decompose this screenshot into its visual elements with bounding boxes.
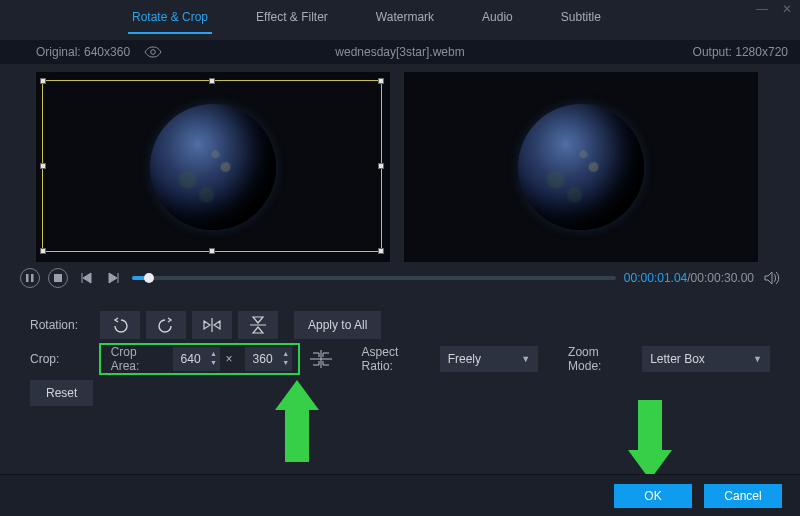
crop-width-input[interactable]: 640 ▲▼ — [173, 347, 220, 371]
output-preview — [404, 72, 758, 262]
aspect-ratio-value: Freely — [448, 352, 481, 366]
crop-width-value: 640 — [181, 352, 201, 366]
seek-knob[interactable] — [144, 273, 154, 283]
volume-icon[interactable] — [762, 268, 782, 288]
spin-up-icon[interactable]: ▲ — [282, 349, 290, 357]
crop-handle[interactable] — [209, 78, 215, 84]
time-display: 00:00:01.04/00:00:30.00 — [624, 271, 754, 285]
chevron-down-icon: ▼ — [753, 354, 762, 364]
crop-handle[interactable] — [378, 248, 384, 254]
zoom-mode-value: Letter Box — [650, 352, 705, 366]
source-preview[interactable] — [36, 72, 390, 262]
next-frame-button[interactable] — [104, 268, 124, 288]
playback-bar: 00:00:01.04/00:00:30.00 — [0, 262, 800, 288]
spin-up-icon[interactable]: ▲ — [210, 349, 218, 357]
zoom-mode-label: Zoom Mode: — [568, 345, 634, 373]
minimize-button[interactable]: — — [756, 2, 768, 16]
crop-area-highlight: Crop Area: 640 ▲▼ × 360 ▲▼ — [99, 343, 300, 375]
reset-button[interactable]: Reset — [30, 380, 93, 406]
aspect-ratio-label: Aspect Ratio: — [362, 345, 432, 373]
current-time: 00:00:01.04 — [624, 271, 687, 285]
ok-button[interactable]: OK — [614, 484, 692, 508]
tab-effect-filter[interactable]: Effect & Filter — [252, 10, 332, 34]
flip-horizontal-button[interactable] — [192, 311, 232, 339]
video-frame-image — [518, 104, 644, 230]
rotation-label: Rotation: — [30, 318, 100, 332]
svg-rect-2 — [31, 274, 34, 282]
output-size-label: Output: 1280x720 — [693, 45, 788, 59]
svg-rect-1 — [26, 274, 29, 282]
times-symbol: × — [226, 352, 233, 366]
crop-height-input[interactable]: 360 ▲▼ — [245, 347, 292, 371]
filename-label: wednesday[3star].webm — [335, 45, 464, 59]
crop-handle[interactable] — [378, 78, 384, 84]
stop-button[interactable] — [48, 268, 68, 288]
crop-height-value: 360 — [253, 352, 273, 366]
tab-subtitle[interactable]: Subtitle — [557, 10, 605, 34]
crop-handle[interactable] — [40, 163, 46, 169]
crop-handle[interactable] — [40, 78, 46, 84]
duration-time: /00:00:30.00 — [687, 271, 754, 285]
play-pause-button[interactable] — [20, 268, 40, 288]
crop-handle[interactable] — [378, 163, 384, 169]
tab-audio[interactable]: Audio — [478, 10, 517, 34]
spin-down-icon[interactable]: ▼ — [282, 358, 290, 366]
close-button[interactable]: ✕ — [782, 2, 792, 16]
crop-handle[interactable] — [40, 248, 46, 254]
annotation-arrow-up — [285, 380, 319, 462]
prev-frame-button[interactable] — [76, 268, 96, 288]
info-bar: Original: 640x360 wednesday[3star].webm … — [0, 40, 800, 64]
preview-eye-icon[interactable] — [144, 46, 162, 58]
tab-watermark[interactable]: Watermark — [372, 10, 438, 34]
flip-vertical-button[interactable] — [238, 311, 278, 339]
editor-tabs: Rotate & Crop Effect & Filter Watermark … — [0, 0, 800, 34]
tab-rotate-crop[interactable]: Rotate & Crop — [128, 10, 212, 34]
crop-label: Crop: — [30, 352, 99, 366]
rotate-right-button[interactable] — [146, 311, 186, 339]
apply-all-button[interactable]: Apply to All — [294, 311, 381, 339]
crop-area-label: Crop Area: — [111, 345, 167, 373]
crop-rectangle[interactable] — [42, 80, 382, 252]
rotate-left-button[interactable] — [100, 311, 140, 339]
crop-handle[interactable] — [209, 248, 215, 254]
chevron-down-icon: ▼ — [521, 354, 530, 364]
seek-slider[interactable] — [132, 276, 616, 280]
svg-point-0 — [151, 50, 156, 55]
original-size-label: Original: 640x360 — [36, 45, 130, 59]
footer-bar: OK Cancel — [0, 474, 800, 516]
annotation-arrow-down — [638, 400, 672, 480]
crop-center-button[interactable] — [310, 350, 332, 368]
aspect-ratio-dropdown[interactable]: Freely ▼ — [440, 346, 538, 372]
svg-rect-3 — [54, 274, 62, 282]
spin-down-icon[interactable]: ▼ — [210, 358, 218, 366]
zoom-mode-dropdown[interactable]: Letter Box ▼ — [642, 346, 770, 372]
cancel-button[interactable]: Cancel — [704, 484, 782, 508]
